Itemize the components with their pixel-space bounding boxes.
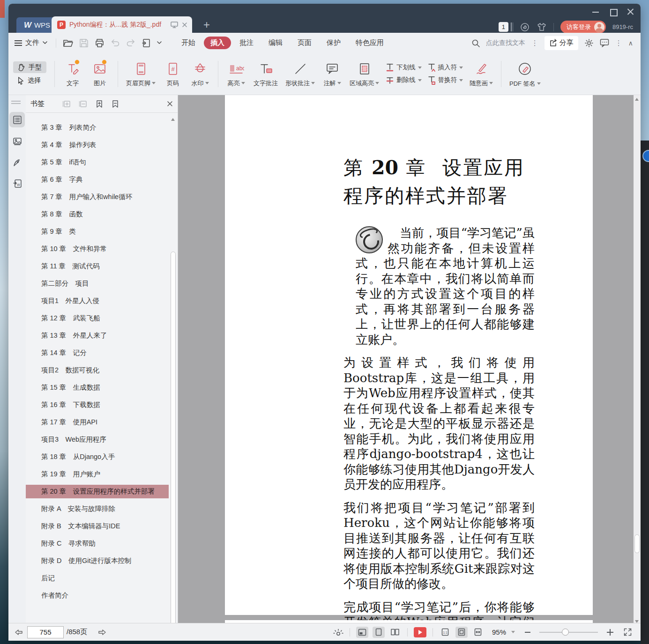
pdf-page[interactable]: 第 20 章设置应用 程序的样式并部署 当前，项目“学习笔记”虽然功能齐备，但未… <box>225 95 593 615</box>
bookmark-item[interactable]: 第 5 章 if语句 <box>26 154 170 171</box>
bookmark-item[interactable]: 第 8 章 函数 <box>26 206 170 223</box>
single-page-button[interactable] <box>373 627 385 638</box>
maximize-button[interactable] <box>610 8 617 15</box>
reader-mode-button[interactable] <box>356 627 368 638</box>
bookmarks-scroll-thumb[interactable] <box>171 252 176 630</box>
fit-width-button[interactable] <box>472 627 484 638</box>
close-tab-icon[interactable] <box>182 22 187 28</box>
skin-theme-icon[interactable] <box>537 22 547 32</box>
panel-drag-handle[interactable] <box>11 101 21 104</box>
bookmark-item[interactable]: 第 15 章 生成数据 <box>26 379 170 396</box>
bookmark-item[interactable]: 第 17 章 使用API <box>26 414 170 431</box>
images-panel-button[interactable] <box>9 133 25 149</box>
bookmark-item[interactable]: 第 9 章 类 <box>26 223 170 240</box>
more-quickbar-icon[interactable] <box>157 41 162 44</box>
next-page-icon[interactable] <box>97 628 107 637</box>
document-scrollbar[interactable] <box>634 95 641 627</box>
open-file-icon[interactable] <box>63 38 73 48</box>
bookmarks-panel-button[interactable] <box>9 112 25 127</box>
bookmark-item[interactable]: 附录 B 文本编辑器与IDE <box>26 518 170 535</box>
fit-page-button[interactable] <box>455 627 468 638</box>
export-panel-button[interactable]: W <box>9 176 25 191</box>
template-store-icon[interactable] <box>520 22 530 32</box>
bookmark-item[interactable]: 第 14 章 记分 <box>26 344 170 362</box>
print-icon[interactable] <box>95 38 104 48</box>
two-page-button[interactable] <box>389 627 401 638</box>
bookmark-item[interactable]: 第 20 章 设置应用程序的样式并部署 <box>26 485 169 498</box>
feedback-comment-icon[interactable] <box>600 38 609 47</box>
hand-tool-button[interactable]: 手型 <box>13 61 46 73</box>
scroll-up-icon[interactable] <box>171 118 175 121</box>
bookmark-item[interactable]: 第 6 章 字典 <box>26 171 170 188</box>
search-icon[interactable] <box>471 39 480 47</box>
scroll-up-icon[interactable] <box>635 98 639 101</box>
bookmark-item[interactable]: 后记 <box>26 570 170 587</box>
highlight-button[interactable]: abc 高亮 <box>223 59 250 89</box>
add-bookmark-icon[interactable] <box>95 100 104 108</box>
freehand-draw-button[interactable]: 随意画 <box>466 59 497 89</box>
bookmark-item[interactable]: 项目3 Web应用程序 <box>26 431 170 448</box>
find-text-hint[interactable]: 点此查找文本 <box>486 39 525 47</box>
close-panel-icon[interactable] <box>167 101 173 107</box>
document-tab[interactable]: P Python编程：从...践 第2版_.pdf <box>52 16 192 33</box>
actual-size-button[interactable]: 1:1 <box>439 627 451 638</box>
bookmark-item[interactable]: 第 18 章 从Django入手 <box>26 448 170 466</box>
bookmark-item[interactable]: 附录 A 安装与故障排除 <box>26 500 170 518</box>
strikethrough-button[interactable]: 删除线 <box>386 75 422 85</box>
zoom-slider-thumb[interactable] <box>562 629 569 636</box>
bookmark-item[interactable]: 项目2 数据可视化 <box>26 362 170 379</box>
watermark-button[interactable]: 水印 <box>186 59 214 89</box>
page-number-button[interactable]: # 页码 <box>159 59 186 89</box>
bookmark-item[interactable]: 作者简介 <box>26 587 170 604</box>
insert-caret-button[interactable]: 插入符 <box>427 63 463 72</box>
previous-page-icon[interactable] <box>14 628 23 637</box>
bookmark-item[interactable]: 第 12 章 武装飞船 <box>26 310 170 327</box>
undo-icon[interactable] <box>111 39 120 47</box>
new-tab-button[interactable]: + <box>203 19 210 30</box>
ribbon-tab[interactable]: 特色应用 <box>349 37 390 49</box>
select-tool-button[interactable]: 选择 <box>13 75 46 86</box>
bookmark-item[interactable]: 第 3 章 列表简介 <box>26 119 170 136</box>
ribbon-tab[interactable]: 保护 <box>320 37 347 49</box>
bookmark-item[interactable]: 第 4 章 操作列表 <box>26 136 170 154</box>
close-window-button[interactable] <box>627 8 634 15</box>
bookmarks-scrollbar[interactable] <box>170 113 177 627</box>
zoom-dropdown-caret-icon[interactable] <box>511 631 515 633</box>
ribbon-tab[interactable]: 批注 <box>233 37 260 49</box>
page-number-input[interactable]: 755 <box>27 626 64 638</box>
find-more-icon[interactable]: ⋮ <box>531 39 538 47</box>
zoom-in-button[interactable] <box>607 629 613 636</box>
bookmark-item[interactable]: 项目1 外星人入侵 <box>26 292 170 310</box>
collapse-ribbon-icon[interactable]: ∧ <box>628 39 633 47</box>
insert-image-button[interactable]: 图片 <box>86 59 113 89</box>
ribbon-tab[interactable]: 编辑 <box>262 37 289 49</box>
more-tools-icon[interactable]: ⋮ <box>615 39 622 47</box>
document-scroll-thumb[interactable] <box>634 534 640 553</box>
export-word-icon[interactable] <box>142 38 151 48</box>
file-menu[interactable]: 文件 <box>8 38 52 47</box>
ribbon-tab[interactable]: 插入 <box>204 37 231 49</box>
annotation-button[interactable]: 注解 <box>319 59 346 89</box>
play-slideshow-icon[interactable] <box>171 22 178 28</box>
collapse-all-icon[interactable] <box>79 100 88 108</box>
eye-protect-icon[interactable] <box>333 628 343 637</box>
bookmark-item[interactable]: 第 16 章 下载数据 <box>26 396 170 414</box>
insert-text-button[interactable]: 文字 <box>59 59 86 89</box>
shape-comment-button[interactable]: 形状批注 <box>282 59 319 89</box>
pdf-sign-button[interactable]: PDF 签名 <box>506 59 545 89</box>
open-docs-count-badge[interactable]: 1 <box>499 22 508 32</box>
bookmark-item[interactable]: 附录 C 寻求帮助 <box>26 535 170 552</box>
redo-icon[interactable] <box>126 39 135 47</box>
zoom-slider[interactable] <box>539 632 598 633</box>
expand-all-icon[interactable] <box>62 100 71 108</box>
header-footer-button[interactable]: 页眉页脚 <box>122 59 159 89</box>
underline-button[interactable]: 下划线 <box>386 63 422 72</box>
replace-mark-button[interactable]: 替换符 <box>427 75 463 85</box>
remove-bookmark-icon[interactable] <box>111 100 119 108</box>
bookmark-item[interactable]: 第 19 章 用户账户 <box>26 466 170 483</box>
guest-login-button[interactable]: 访客登录 <box>560 21 606 33</box>
bookmark-item[interactable]: 第 10 章 文件和异常 <box>26 240 170 258</box>
fullscreen-icon[interactable] <box>623 628 632 637</box>
bookmark-item[interactable]: 第 11 章 测试代码 <box>26 258 170 275</box>
region-highlight-button[interactable]: 区域高亮 <box>346 59 383 89</box>
